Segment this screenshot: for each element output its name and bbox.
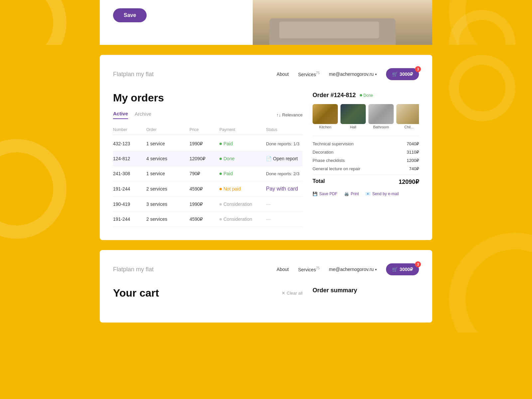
row-number: 191-244: [113, 216, 146, 222]
cart-badge: 3: [415, 66, 421, 72]
total-value: 12090₽: [399, 178, 419, 186]
email-icon: 📧: [365, 192, 370, 196]
save-pdf-icon: 💾: [313, 192, 318, 196]
cart-card: Flatplan my flat About Services75 me@ach…: [100, 250, 432, 323]
row-number: 432-123: [113, 141, 146, 146]
nav-user[interactable]: me@achernogorov.ru: [329, 71, 377, 77]
table-row[interactable]: 432-123 1 service 1990₽ Paid Done report…: [113, 136, 303, 151]
room-thumbnails: Kitchen Hall Bathroom Chil...: [313, 104, 419, 129]
row-price: 12090₽: [190, 156, 219, 161]
row-status: —: [266, 216, 303, 222]
brand-name: Flatplan: [113, 71, 134, 77]
order-detail-number: Order #124-812: [313, 92, 356, 99]
order-detail-status: Done: [360, 93, 373, 98]
nav-about-2[interactable]: About: [277, 267, 289, 272]
col-order: Order: [146, 127, 190, 132]
save-pdf-button[interactable]: 💾 Save PDF: [313, 192, 337, 196]
row-price: 4590₽: [190, 186, 219, 192]
row-order: 2 services: [146, 216, 190, 222]
row-order: 1 service: [146, 171, 190, 176]
cart-icon: 🛒: [392, 71, 398, 77]
cart-title: Your cart: [113, 287, 159, 299]
row-order: 4 services: [146, 156, 190, 161]
detail-actions: 💾 Save PDF 🖨️ Print 📧 Send by e-mail: [313, 192, 419, 196]
price-row-checklists: Phase checklists 1200₽: [313, 158, 419, 163]
brand-sub-2: my flat: [136, 266, 154, 273]
price-label: Technical supervision: [313, 141, 354, 146]
email-button[interactable]: 📧 Send by e-mail: [365, 192, 399, 196]
table-row[interactable]: 124-812 4 services 12090₽ Done 📄 Open re…: [113, 151, 303, 166]
row-payment: Consideration: [219, 216, 266, 222]
row-order: 2 services: [146, 186, 190, 192]
cart-amount: 3000₽: [400, 71, 413, 77]
cart-section: Your cart ✕ Clear all: [113, 287, 303, 309]
room-bathroom[interactable]: Bathroom: [368, 104, 394, 129]
price-label: General lecture on repair: [313, 166, 360, 171]
nav-services[interactable]: Services75: [298, 71, 320, 77]
room-hall[interactable]: Hall: [340, 104, 366, 129]
navbar: Flatplan my flat About Services75 me@ach…: [113, 68, 419, 80]
price-row-lecture: General lecture on repair 740₽: [313, 166, 419, 171]
open-report-link[interactable]: 📄 Open report: [266, 156, 303, 161]
logo-2[interactable]: Flatplan my flat: [113, 266, 154, 273]
room-thumb-child: [396, 104, 419, 124]
sort-button[interactable]: ↑↓ Relevance: [277, 112, 303, 117]
brand-name-2: Flatplan: [113, 266, 134, 273]
order-summary-title: Order summary: [313, 287, 419, 294]
print-icon: 🖨️: [344, 192, 349, 196]
orders-table: Number Order Price Payment Status 432-12…: [113, 127, 303, 227]
row-number: 190-419: [113, 201, 146, 207]
tab-archive[interactable]: Archive: [135, 111, 151, 119]
cart-button[interactable]: 🛒 3000₽ 3: [386, 68, 419, 80]
table-header: Number Order Price Payment Status: [113, 127, 303, 135]
nav-services-2[interactable]: Services75: [298, 266, 320, 272]
print-button[interactable]: 🖨️ Print: [344, 192, 359, 196]
logo[interactable]: Flatplan my flat: [113, 71, 154, 78]
save-button[interactable]: Save: [113, 8, 147, 22]
table-row[interactable]: 191-244 2 services 4590₽ Consideration —: [113, 212, 303, 227]
room-child[interactable]: Chil...: [396, 104, 419, 129]
cart-button-2[interactable]: 🛒 3000₽ 3: [386, 263, 419, 275]
orders-title: My orders: [113, 92, 303, 104]
table-row[interactable]: 190-419 3 services 1990₽ Consideration —: [113, 197, 303, 212]
cart-amount-2: 3000₽: [400, 267, 413, 272]
hero-image: [253, 0, 432, 45]
row-number: 124-812: [113, 156, 146, 161]
room-thumb-hall: [340, 104, 366, 124]
price-row-decoration: Decoration 3110₽: [313, 150, 419, 155]
row-status: Done reports: 2/3: [266, 171, 303, 176]
tab-active[interactable]: Active: [113, 111, 128, 119]
order-detail-header: Order #124-812 Done: [313, 92, 419, 99]
row-price: 790₽: [190, 171, 219, 176]
row-number: 191-244: [113, 186, 146, 192]
table-row[interactable]: 191-244 2 services 4590₽ Not paid Pay wi…: [113, 181, 303, 197]
cart-badge-2: 3: [415, 261, 421, 267]
price-label: Decoration: [313, 150, 333, 155]
row-status: —: [266, 201, 303, 207]
price-breakdown: Technical supervision 7040₽ Decoration 3…: [313, 136, 419, 186]
clear-all-button[interactable]: ✕ Clear all: [282, 291, 303, 296]
room-thumb-kitchen: [313, 104, 338, 124]
cart-content: Your cart ✕ Clear all Order summary: [113, 287, 419, 309]
row-payment: Consideration: [219, 201, 266, 207]
status-dot: [360, 94, 362, 96]
room-kitchen[interactable]: Kitchen: [313, 104, 338, 129]
price-value: 740₽: [409, 166, 419, 171]
price-value: 7040₽: [407, 141, 419, 146]
price-row-supervision: Technical supervision 7040₽: [313, 141, 419, 146]
report-icon: 📄: [266, 156, 272, 161]
nav-user-2[interactable]: me@achernogorov.ru: [329, 267, 377, 272]
row-payment: Paid: [219, 141, 266, 146]
room-label-child: Chil...: [404, 125, 414, 129]
room-thumb-bathroom: [368, 104, 394, 124]
row-order: 3 services: [146, 201, 190, 207]
table-row[interactable]: 241-308 1 service 790₽ Paid Done reports…: [113, 166, 303, 181]
nav-about[interactable]: About: [277, 71, 289, 77]
content-area: My orders Active Archive ↑↓ Relevance Nu…: [113, 92, 419, 227]
col-price: Price: [190, 127, 219, 132]
row-price: 1990₽: [190, 201, 219, 207]
nav-links-2: About Services75 me@achernogorov.ru 🛒 30…: [277, 263, 419, 275]
pay-with-card-link[interactable]: Pay with card: [266, 186, 303, 192]
orders-card: Flatplan my flat About Services75 me@ach…: [100, 55, 432, 240]
brand-sub: my flat: [136, 71, 154, 77]
